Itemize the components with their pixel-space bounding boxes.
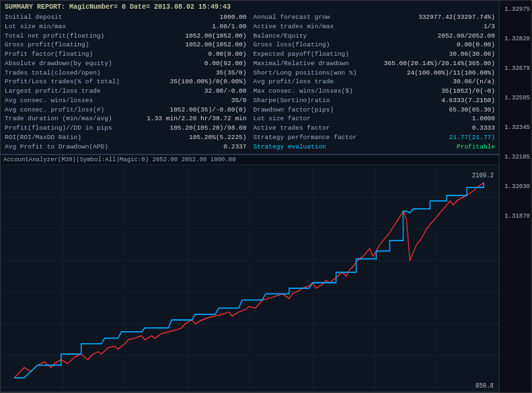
blue-line (14, 183, 484, 378)
stat-row: Strategy evaluation Profitable (254, 142, 496, 152)
price-tick-4: 1.32505 (504, 95, 530, 101)
stat-value: 0.00(92.00) (204, 59, 247, 69)
stat-row: ROI(ROI/MaxDD Ratio) 105.20%(5.2225) (5, 133, 247, 142)
stat-value: 35(35/0) (216, 69, 247, 78)
price-tick-2: 1.32820 (504, 36, 530, 42)
stat-label: Expected payoff(floating) (254, 50, 350, 59)
stat-value: 0.3333 (472, 124, 495, 133)
stat-row: Trades total(closed/open) 35(35/0) (5, 69, 247, 78)
strategy-evaluation-value: Profitable (457, 142, 495, 152)
content-area: SUMMARY REPORT: MagicNumber= 0 Date= 201… (1, 1, 499, 392)
stat-row: Total net profit(floating) 1052.00(1052.… (5, 32, 247, 41)
stat-value: 332977.42(33297.74%) (418, 13, 495, 22)
stat-value: 1.0000 (472, 114, 495, 124)
stat-label: Profit factor(floating) (5, 50, 93, 59)
stat-row: Profit(floating)//DD in pips 105.20(105.… (5, 124, 247, 133)
stat-value: 35/0 (231, 96, 247, 105)
red-line (14, 183, 484, 378)
stat-row: Active trades min/max 1/3 (254, 22, 496, 32)
stat-row: Balance/Equity 2052.00/2052.00 (254, 32, 496, 41)
stat-row: Active trades factor 0.3333 (254, 124, 496, 133)
stat-row: Profit/Loss trades(% of total) 35(100.00… (5, 77, 247, 87)
stat-row: Lot size min/max 1.00/1.00 (5, 22, 247, 32)
stat-row: Max consec. wins/losses($) 35(1052)/0(-0… (254, 87, 496, 96)
stat-value: 35(1052)/0(-0) (441, 87, 495, 96)
stat-row: Maximal/Relative drawdown 365.00(20.14%)… (254, 59, 496, 69)
stat-label: ROI(ROI/MaxDD Ratio) (5, 133, 81, 142)
chart-body: 2109.2 850.8 (1, 165, 499, 392)
stat-label: Trades total(closed/open) (5, 69, 101, 78)
stat-row: Strategy performance factor 21.77(21.77) (254, 133, 496, 142)
stat-value: 30.06/(n/a) (453, 77, 495, 87)
stat-label: Annual forecast grow (254, 13, 330, 22)
stat-row: Gross loss(floating) 0.00(0.00) (254, 40, 496, 50)
stat-value: 32.00/-0.00 (204, 87, 247, 96)
stat-value: 1/3 (484, 22, 495, 32)
stat-label: Trade duration (min/max/avg) (5, 114, 112, 124)
stat-label: Balance/Equity (254, 32, 307, 41)
price-tick-6: 1.32185 (504, 154, 530, 161)
stat-row: Avg consec. wins/losses 35/0 (5, 96, 247, 105)
stat-label: Avg consec. wins/losses (5, 96, 93, 105)
stat-row: Drawdown factor(pips) 65.30(65.30) (254, 105, 496, 115)
stat-row: Trade duration (min/max/avg) 1.33 min/2.… (5, 114, 247, 124)
stat-row: Absolute drawdown(by equity) 0.00(92.00) (5, 59, 247, 69)
chart-section: AccountAnalyzer(M30)|Symbol:All|Magic:0)… (1, 155, 499, 392)
stat-row: Avg consec. profit/loss(#) 1052.00(35)/-… (5, 105, 247, 115)
stat-value: 0.00(0.00) (208, 50, 246, 59)
stat-row: Profit factor(floating) 0.00(0.00) (5, 50, 247, 59)
stat-label: Initial deposit (5, 13, 63, 22)
stat-row: Lot size factor 1.0000 (254, 114, 496, 124)
stat-value: 0.00(0.00) (457, 40, 495, 50)
stat-value-cyan: 21.77(21.77) (449, 133, 495, 142)
stat-value: 2052.00/2052.00 (437, 32, 495, 41)
stat-value: 1052.00(1052.00) (185, 32, 246, 41)
stat-row: Expected payoff(floating) 30.06(30.06) (254, 50, 496, 59)
stat-value: 24(100.00%)/11(100.00%) (407, 69, 495, 78)
stat-label: Max consec. wins/losses($) (254, 87, 353, 96)
stat-row: Largest profit/loss trade 32.00/-0.00 (5, 87, 247, 96)
stat-row: Annual forecast grow 332977.42(33297.74%… (254, 13, 496, 22)
price-tick-1: 1.32975 (504, 6, 530, 13)
stat-value: 1052.00(35)/-0.00(0) (169, 105, 246, 115)
stat-label: Sharpe(Sortino)ratio (254, 96, 330, 105)
strategy-evaluation-label: Strategy evaluation (254, 142, 326, 152)
stat-label: Lot size factor (254, 114, 311, 124)
stat-label: Absolute drawdown(by equity) (5, 59, 112, 69)
time-axis: 1 Aug 2013 1 Aug 08:30 1 Aug 12:30 1 Aug… (1, 392, 499, 392)
price-tick-7: 1.32030 (504, 183, 530, 190)
stat-value: 4.6333(7.2150) (441, 96, 495, 105)
price-min-label: 850.8 (476, 382, 494, 390)
stat-label: Largest profit/loss trade (5, 87, 101, 96)
stat-value: 1000.00 (220, 13, 247, 22)
stat-label: Total net profit(floating) (5, 32, 104, 41)
stat-value: 1.33 min/2.20 hr/30.72 min (147, 114, 246, 124)
left-stats: Initial deposit 1000.00 Lot size min/max… (5, 13, 247, 151)
stat-label: Maximal/Relative drawdown (254, 59, 350, 69)
stat-row: Avg profit/loss trade 30.06/(n/a) (254, 77, 496, 87)
stat-label: Drawdown factor(pips) (254, 105, 334, 115)
stat-label: Active trades factor (254, 124, 330, 133)
stat-label: Short/Long positions(won %) (254, 69, 357, 78)
stat-row: Short/Long positions(won %) 24(100.00%)/… (254, 69, 496, 78)
chart-header: AccountAnalyzer(M30)|Symbol:All|Magic:0)… (1, 155, 499, 165)
stat-label: Avg Profit to Drawdown(APD) (5, 142, 108, 152)
price-tick-8: 1.31870 (504, 213, 530, 220)
stat-value: 1.00/1.00 (212, 22, 246, 32)
price-tick-5: 1.32345 (504, 124, 530, 131)
stat-row: Avg Profit to Drawdown(APD) 0.2337 (5, 142, 247, 152)
summary-section: SUMMARY REPORT: MagicNumber= 0 Date= 201… (1, 1, 499, 155)
price-axis: 1.32975 1.32820 1.32679 1.32505 1.32345 … (499, 1, 531, 392)
chart-svg: 2109.2 850.8 (1, 165, 499, 392)
stat-value: 1052.00(1052.00) (185, 40, 246, 50)
stat-value: 365.00(20.14%)/20.14%(365.00) (384, 59, 495, 69)
price-tick-3: 1.32679 (504, 65, 530, 72)
right-stats: Annual forecast grow 332977.42(33297.74%… (254, 13, 496, 151)
stat-value: 30.06(30.06) (449, 50, 495, 59)
summary-title: SUMMARY REPORT: MagicNumber= 0 Date= 201… (5, 3, 495, 11)
stat-row: Sharpe(Sortino)ratio 4.6333(7.2150) (254, 96, 496, 105)
stat-value: 105.20%(5.2225) (189, 133, 247, 142)
price-max-label: 2109.2 (472, 172, 494, 180)
stat-label: Lot size min/max (5, 22, 66, 32)
stat-row: Gross profit(floating) 1052.00(1052.00) (5, 40, 247, 50)
